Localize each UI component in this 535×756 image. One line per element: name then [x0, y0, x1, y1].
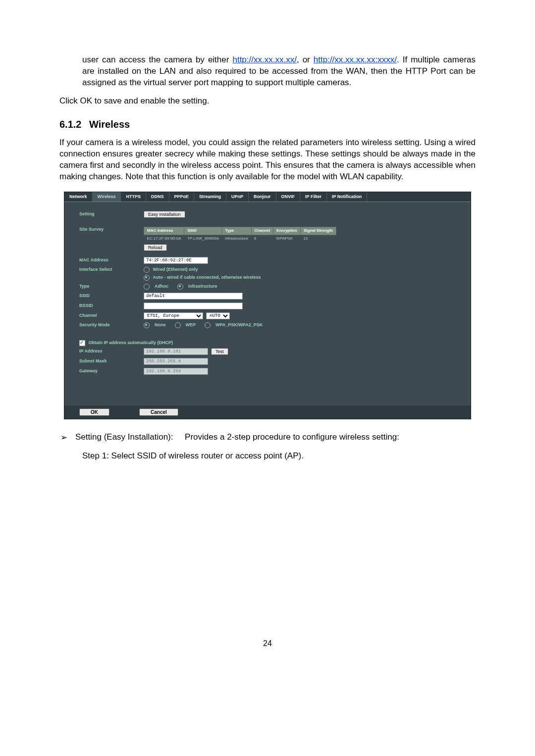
survey-header: Encryption [273, 227, 301, 235]
label-mac: MAC Address [79, 257, 144, 263]
tab-bonjour[interactable]: Bonjour [249, 192, 276, 202]
channel-region-select[interactable]: ETSI, Europe [144, 312, 203, 319]
tab-pppoe[interactable]: PPPoE [169, 192, 195, 202]
link-port-url[interactable]: http://xx.xx.xx.xx:xxxx/ [314, 55, 397, 64]
bullet-easy-install: ➢ Setting (Easy Installation): Provides … [59, 432, 476, 443]
survey-cell: Infrastructure [222, 235, 251, 242]
survey-cell: TP-LINK_899D0A [184, 235, 222, 242]
survey-cell: WPAPSK [273, 235, 301, 242]
tabs-row: NetworkWirelessHTTPSDDNSPPPoEStreamingUP… [64, 192, 471, 202]
survey-header: Type [222, 227, 251, 235]
link-local-url[interactable]: http://xx.xx.xx.xx/ [232, 55, 296, 64]
page-number: 24 [59, 639, 476, 648]
radio-sec-wpa-label: WPA_PSK/WPA2_PSK [215, 322, 263, 328]
label-channel: Channel [79, 313, 144, 319]
dhcp-checkbox[interactable] [79, 340, 85, 346]
ok-button[interactable]: OK [79, 408, 109, 416]
tab-ip-filter[interactable]: IP Filter [300, 192, 327, 202]
mac-address-field[interactable] [144, 257, 208, 264]
radio-auto[interactable] [144, 275, 150, 281]
step-1: Step 1: Select SSID of wireless router o… [82, 451, 476, 461]
reload-button[interactable]: Reload [144, 244, 167, 251]
radio-sec-none-label: None [155, 322, 166, 328]
tab-onvif[interactable]: ONVIF [276, 192, 301, 202]
site-survey-table: MAC AddressSSIDTypeChannelEncryptionSign… [144, 227, 336, 242]
tab-network[interactable]: Network [64, 192, 93, 202]
radio-sec-none[interactable] [144, 322, 150, 328]
tab-ddns[interactable]: DDNS [146, 192, 169, 202]
label-security: Security Mode [79, 322, 144, 328]
panel-footer: OK Cancel [64, 405, 471, 419]
radio-auto-label: Auto - wired if cable connected, otherwi… [153, 275, 261, 280]
tab-ip-notification[interactable]: IP Notification [327, 192, 367, 202]
tab-streaming[interactable]: Streaming [194, 192, 226, 202]
radio-adhoc[interactable] [144, 284, 150, 290]
tab-wireless[interactable]: Wireless [93, 192, 121, 202]
label-type: Type [79, 284, 144, 290]
radio-infra-label: Infrastructure [188, 284, 217, 290]
intro-paragraph: user can access the camera by either htt… [82, 54, 476, 89]
radio-sec-wep[interactable] [175, 322, 181, 328]
survey-header: Channel [251, 227, 273, 235]
channel-auto-select[interactable]: AUTO [206, 312, 230, 319]
radio-wired[interactable] [144, 267, 150, 273]
wireless-paragraph: If your camera is a wireless model, you … [59, 137, 476, 183]
radio-sec-wep-label: WEP [186, 322, 196, 328]
intro-text-1: user can access the camera by either [82, 55, 232, 64]
section-number: 6.1.2 [59, 119, 81, 130]
bullet-icon: ➢ [59, 432, 68, 443]
wireless-config-panel: NetworkWirelessHTTPSDDNSPPPoEStreamingUP… [64, 192, 471, 420]
ip-address-field[interactable] [144, 348, 208, 355]
radio-adhoc-label: Adhoc [155, 284, 168, 290]
label-gateway: Gateway [79, 368, 144, 374]
bssid-field[interactable] [144, 302, 243, 309]
radio-sec-wpa[interactable] [205, 322, 211, 328]
bullet-text: Provides a 2-step procedure to configure… [185, 432, 399, 442]
tab-upnp[interactable]: UPnP [226, 192, 249, 202]
intro-text-mid: , or [297, 55, 314, 64]
radio-infra[interactable] [177, 284, 183, 290]
cancel-button[interactable]: Cancel [139, 408, 178, 416]
label-site-survey: Site Survey [79, 227, 144, 233]
survey-header: Signal Strength [300, 227, 336, 235]
label-mask: Subnet Mask [79, 358, 144, 364]
survey-header: MAC Address [144, 227, 184, 235]
save-instruction: Click OK to save and enable the setting. [59, 96, 476, 107]
survey-cell: 13 [300, 235, 336, 242]
panel-body: Setting Easy Installation Site Survey MA… [64, 202, 471, 405]
radio-wired-label: Wired (Ethernet) only [153, 267, 198, 272]
dhcp-row: Obtain IP address automatically (DHCP) [79, 340, 456, 346]
label-bssid: BSSID [79, 303, 144, 309]
survey-cell: EC:17:2F:89:9D:0A [144, 235, 184, 242]
subnet-mask-field[interactable] [144, 358, 208, 365]
ssid-field[interactable] [144, 293, 243, 300]
section-heading: 6.1.2 Wireless [59, 119, 476, 130]
label-ssid: SSID [79, 293, 144, 299]
dhcp-label: Obtain IP address automatically (DHCP) [89, 340, 173, 345]
survey-header: SSID [184, 227, 222, 235]
label-ip: IP Address [79, 349, 144, 354]
easy-installation-button[interactable]: Easy Installation [144, 211, 185, 218]
survey-cell: 6 [251, 235, 273, 242]
label-interface: Interface Select [79, 267, 144, 273]
gateway-field[interactable] [144, 368, 208, 375]
label-setting: Setting [79, 211, 144, 217]
section-title: Wireless [89, 119, 130, 130]
tab-https[interactable]: HTTPS [121, 192, 146, 202]
test-button[interactable]: Test [211, 348, 228, 355]
bullet-title: Setting (Easy Installation): [75, 432, 173, 442]
